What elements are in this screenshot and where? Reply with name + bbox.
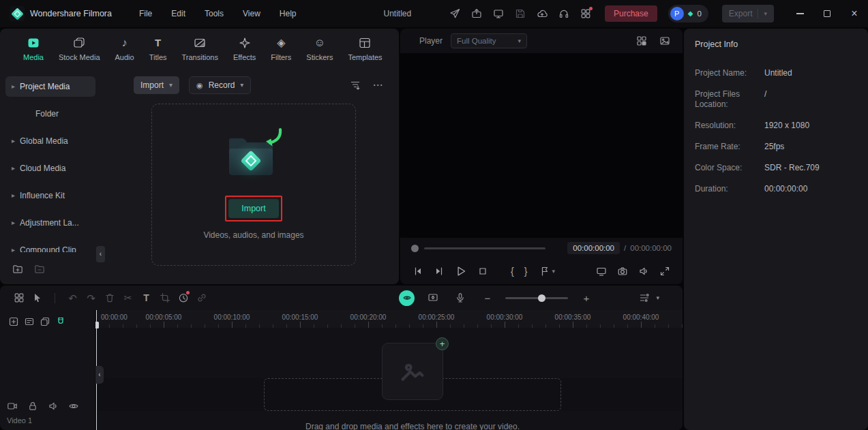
zoom-slider[interactable] [505, 297, 568, 299]
preview-quality-icon[interactable] [399, 290, 415, 306]
render-preview-icon[interactable] [423, 289, 442, 307]
timeline-collapse-handle[interactable]: ‹ [95, 366, 104, 384]
tab-filters[interactable]: ◈ Filters [265, 33, 297, 64]
track-camera-icon[interactable] [7, 401, 18, 412]
import-button[interactable]: Import [228, 199, 279, 218]
add-media-plus-icon[interactable]: + [436, 337, 449, 350]
maximize-button[interactable] [813, 0, 841, 27]
zoom-out-icon[interactable]: − [478, 289, 496, 307]
account-pill[interactable]: P ◆ 0 [668, 5, 708, 22]
import-dropdown[interactable]: Import ▾ [134, 76, 179, 94]
new-folder-icon[interactable] [12, 264, 23, 275]
chevron-right-icon[interactable]: ▸ [12, 192, 15, 199]
save-icon[interactable] [511, 5, 530, 22]
undo-icon[interactable]: ↶ [63, 289, 82, 307]
menu-file[interactable]: File [132, 6, 159, 21]
voiceover-mic-icon[interactable] [451, 289, 469, 307]
chevron-right-icon[interactable]: ▸ [12, 138, 15, 144]
menu-help[interactable]: Help [273, 6, 303, 21]
menu-edit[interactable]: Edit [164, 6, 192, 21]
play-icon[interactable] [455, 265, 467, 277]
speed-icon[interactable] [174, 289, 192, 307]
chevron-down-icon[interactable]: ▾ [552, 268, 555, 275]
export-clip-icon[interactable] [467, 5, 486, 22]
zoom-in-icon[interactable]: + [577, 289, 595, 307]
apps-grid-icon[interactable] [576, 5, 595, 22]
display-icon[interactable] [489, 5, 508, 22]
tab-effects[interactable]: Effects [228, 33, 261, 64]
select-cursor-icon[interactable] [28, 289, 46, 307]
seek-handle[interactable] [411, 245, 419, 252]
previous-frame-icon[interactable] [413, 266, 423, 277]
export-button[interactable]: Export ▾ [722, 5, 774, 22]
stop-icon[interactable] [477, 266, 488, 277]
tab-audio[interactable]: ♪ Audio [110, 33, 140, 64]
crop-icon[interactable] [155, 289, 174, 307]
sidebar-item-folder[interactable]: Folder [5, 104, 95, 124]
media-view-icon[interactable] [10, 289, 28, 307]
purchase-button[interactable]: Purchase [605, 5, 657, 22]
multi-view-icon[interactable] [632, 32, 651, 50]
split-scissors-icon[interactable]: ✂ [119, 289, 137, 307]
tab-templates[interactable]: Templates [342, 33, 387, 64]
add-media-icon[interactable] [8, 316, 19, 327]
volume-icon[interactable] [638, 266, 649, 277]
second-screen-icon[interactable] [596, 266, 607, 277]
tab-stock-media[interactable]: Stock Media [53, 33, 106, 64]
sidebar-item-cloud-media[interactable]: ▸ Cloud Media [5, 158, 95, 179]
mute-track-icon[interactable] [48, 401, 59, 412]
tab-stickers[interactable]: ☺ Stickers [301, 33, 338, 64]
cloud-upload-icon[interactable] [533, 5, 552, 22]
record-dropdown[interactable]: ◉ Record ▾ [189, 76, 251, 94]
manage-tracks[interactable]: ▾ [635, 289, 659, 307]
next-frame-icon[interactable] [434, 266, 445, 277]
lock-icon[interactable] [27, 401, 38, 412]
close-button[interactable]: × [841, 0, 868, 27]
sidebar-item-compound-clip[interactable]: ▸ Compound Clip [5, 240, 95, 252]
tab-transitions[interactable]: Transitions [177, 33, 224, 64]
media-placeholder[interactable]: + [382, 343, 443, 400]
chevron-right-icon[interactable]: ▸ [12, 219, 15, 226]
chevron-right-icon[interactable]: ▸ [12, 165, 15, 172]
sidebar-item-influence-kit[interactable]: ▸ Influence Kit [5, 185, 95, 206]
chevron-right-icon[interactable]: ▸ [12, 83, 15, 90]
sidebar-item-project-media[interactable]: ▸ Project Media [5, 76, 95, 97]
overlay-layers-icon[interactable] [40, 316, 50, 327]
snap-magnet-icon[interactable] [55, 316, 66, 327]
delete-icon[interactable] [100, 289, 119, 307]
delete-folder-icon[interactable] [34, 264, 45, 275]
filter-sort-icon[interactable] [346, 76, 365, 94]
seek-track[interactable] [424, 247, 545, 249]
import-dropzone[interactable]: Import Videos, audios, and images [151, 104, 356, 266]
link-icon[interactable] [192, 289, 211, 307]
timeline-ruler[interactable]: 00:00:00 00:00:05:00 00:00:10:00 00:00:1… [95, 310, 683, 328]
tab-media[interactable]: Media [18, 33, 49, 64]
zoom-slider-handle[interactable] [538, 294, 545, 302]
text-tool-icon[interactable]: T [137, 289, 155, 307]
sidebar-item-adjustment-layer[interactable]: ▸ Adjustment La... [5, 213, 95, 233]
avatar[interactable]: P [670, 7, 684, 20]
preview-image-icon[interactable] [655, 32, 674, 50]
quality-dropdown[interactable]: Full Quality ▾ [451, 33, 527, 48]
more-options-icon[interactable]: ··· [369, 76, 388, 94]
mark-in-icon[interactable]: { [511, 266, 514, 276]
snapshot-camera-icon[interactable] [617, 266, 628, 277]
support-headset-icon[interactable] [554, 5, 573, 22]
sidebar-item-global-media[interactable]: ▸ Global Media [5, 131, 95, 151]
chevron-right-icon[interactable]: ▸ [12, 247, 15, 252]
hide-track-eye-icon[interactable] [68, 401, 79, 412]
menu-tools[interactable]: Tools [198, 6, 230, 21]
marker-flag-icon[interactable] [539, 266, 550, 277]
media-icon [27, 36, 40, 50]
manage-tracks-icon[interactable] [635, 289, 653, 307]
chevron-down-icon[interactable]: ▾ [656, 295, 659, 301]
tab-titles[interactable]: T Titles [144, 33, 173, 64]
fullscreen-icon[interactable] [659, 266, 670, 277]
share-icon[interactable] [445, 5, 464, 22]
add-marker-icon[interactable] [24, 316, 35, 327]
minimize-button[interactable] [786, 0, 813, 27]
redo-icon[interactable]: ↷ [82, 289, 100, 307]
export-caret-icon[interactable]: ▾ [764, 11, 767, 17]
menu-view[interactable]: View [236, 6, 267, 21]
mark-out-icon[interactable]: } [524, 266, 528, 276]
